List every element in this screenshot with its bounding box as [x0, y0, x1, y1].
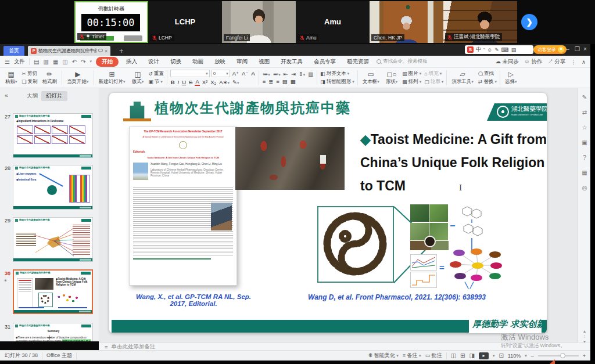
paste-button[interactable]: ▤ 粘贴▾ [3, 69, 19, 87]
save-icon[interactable]: ▤ [34, 59, 39, 65]
subscript-button[interactable]: X₂ [210, 79, 217, 85]
more-menu-icon[interactable]: ⋮ [571, 59, 577, 65]
layout-button[interactable]: ◫ 版式▾ [130, 69, 146, 87]
align-left-icon[interactable]: ≡ [262, 78, 267, 85]
print-icon[interactable]: ▦ [53, 59, 58, 65]
decrease-font-icon[interactable]: A⁻ [241, 70, 249, 77]
collapse-panel-icon[interactable]: « [5, 92, 8, 99]
slide-thumbnail-28[interactable]: 植物次生代謝產物與抗癌中藥 ◆Liver enzymes ◆Intestinal… [13, 165, 93, 210]
slide-title[interactable]: 植物次生代謝產物與抗癌中藥 [155, 99, 351, 117]
tab-devtools[interactable]: 开发工具 [277, 57, 306, 66]
tab-home[interactable]: 开始 [96, 57, 119, 67]
format-painter-button[interactable]: ✏ 格式刷 [41, 69, 59, 87]
chevron-down-icon[interactable]: ▾ [90, 59, 92, 64]
window-minimize-button[interactable]: – [566, 46, 569, 52]
comments-button[interactable]: ▭ 批注 [425, 352, 442, 359]
target-icon[interactable]: ◎ [582, 185, 587, 191]
theme-name[interactable]: Office 主题 [46, 352, 72, 359]
document-tab[interactable]: P 植物次生代謝產物與抗癌中藥 × [28, 46, 110, 56]
video-tile-chen[interactable]: Chen, HK JP [370, 1, 443, 43]
next-participants-button[interactable]: ❯ [521, 14, 537, 30]
increase-font-icon[interactable]: A⁺ [232, 70, 239, 77]
sync-status[interactable]: ☁ 未同步 [495, 58, 519, 66]
citation-right[interactable]: Wang D, et al. Front Pharmacol, 2021. 12… [301, 293, 493, 301]
tab-transition[interactable]: 切换 [167, 57, 185, 66]
smart-graphic-button[interactable]: ◨转智能图形▾ [320, 78, 354, 85]
emoji-icon[interactable]: ☺ [487, 47, 492, 53]
zoom-slider-knob[interactable] [560, 353, 565, 358]
zoom-slider[interactable] [538, 355, 579, 356]
distribute-icon[interactable]: ▦ [290, 78, 296, 85]
decrease-indent-icon[interactable]: ⇤ [283, 71, 289, 77]
newsletter-image[interactable]: The GP-TCM Research Association Newslett… [129, 127, 237, 286]
tab-animation[interactable]: 动画 [189, 57, 207, 66]
redo-icon[interactable]: ↷ [81, 59, 85, 65]
chevron-down-icon[interactable]: ▾ [493, 354, 495, 358]
hamburger-icon[interactable]: ☰ [5, 59, 10, 65]
preview-icon[interactable]: ◫ [62, 59, 67, 65]
align-text-button[interactable]: ◧对齐文本▾ [320, 70, 354, 77]
undo-icon[interactable]: ↶ [72, 59, 77, 65]
add-slide-button[interactable]: + [41, 332, 58, 341]
align-right-icon[interactable]: ≡ [275, 78, 280, 85]
smart-beautify-button[interactable]: ❋ 智能美化 ▾ [368, 352, 399, 359]
copy-button[interactable]: ❏复制 [22, 78, 38, 85]
home-tab[interactable]: 首页 [3, 46, 24, 56]
slideshow-play-button[interactable]: ▸ [479, 352, 489, 359]
collaborate-button[interactable]: ☺ 协作 [524, 58, 542, 66]
textbox-button[interactable]: ▭ 文本框▾ [361, 69, 381, 87]
line-spacing-icon[interactable]: ⇕▾ [298, 71, 306, 77]
command-search[interactable]: 查找命令、搜索模板 [377, 58, 428, 65]
sorter-view-icon[interactable]: ⊞ [460, 352, 465, 359]
switch-icon[interactable]: ⇄ [582, 109, 587, 116]
cut-button[interactable]: ✂剪切 [22, 70, 38, 77]
fold-ribbon-icon[interactable]: ∧ [582, 59, 586, 65]
outline-button[interactable]: ▢轮廓▾ [424, 78, 443, 85]
slide-thumbnail-29[interactable]: 植物次生代謝產物與抗癌中藥 [13, 217, 93, 262]
notes-toggle-button[interactable]: ≡ 备注 ▾ [403, 352, 421, 359]
normal-view-icon[interactable]: ◫ [451, 352, 456, 359]
ime-punct-icon[interactable]: ’ [483, 47, 485, 53]
superscript-button[interactable]: X² [202, 79, 209, 85]
italic-button[interactable]: I [177, 79, 180, 85]
file-menu[interactable]: 文件 [14, 58, 25, 66]
zoom-out-button[interactable]: – [531, 353, 534, 359]
reading-view-icon[interactable]: ◨ [469, 352, 474, 359]
bullet-list-icon[interactable]: ≔▾ [262, 71, 271, 77]
video-tile-timer[interactable]: 倒數計時器 00:15:00 Timer [74, 1, 148, 43]
picture-button[interactable]: ▧图片▾ [402, 70, 421, 77]
zoom-level[interactable]: 110% [508, 353, 521, 359]
video-tile-wang[interactable]: 汪選斌-湖北醫藥學院 [443, 1, 517, 43]
fill-button[interactable]: ⌂填充▾ [424, 70, 443, 77]
tab-resources[interactable]: 稻壳资源 [343, 57, 372, 66]
export-icon[interactable]: ▥ [43, 59, 48, 65]
props-pen-icon[interactable]: ✎ [582, 94, 587, 100]
citation-left[interactable]: Wang, X., et al. GP-TCM RA NL, Sep. 2017… [127, 293, 260, 307]
arrange-button[interactable]: ▩排列▾ [402, 78, 421, 85]
play-from-current-button[interactable]: ▶ 当页开始▾ [65, 69, 91, 87]
underline-button[interactable]: U [181, 79, 187, 85]
favorites-icon[interactable]: ☆ [582, 124, 587, 131]
justify-icon[interactable]: ▤ [282, 78, 288, 85]
window-restore-button[interactable]: ❐ [575, 46, 580, 52]
taiji-seed-image[interactable] [317, 206, 394, 283]
slide-thumbnail-30-current[interactable]: 植物次生代謝產物與抗癌中藥 ◆Taoist Medicine: A Gift f… [13, 269, 93, 314]
font-color-button[interactable]: A [195, 78, 199, 86]
new-tab-button[interactable]: + [119, 46, 124, 55]
tab-design[interactable]: 设计 [145, 57, 163, 66]
notes-placeholder[interactable]: 单击此处添加备注 [112, 343, 156, 351]
tab-view[interactable]: 视图 [255, 57, 273, 66]
zoom-in-button[interactable]: + [583, 353, 586, 359]
clipboard-icon[interactable]: ▤ [511, 47, 517, 53]
share-button[interactable]: ↗ 分享 [547, 58, 565, 66]
font-size-select[interactable]: 0▾ [212, 70, 230, 77]
slide-thumbnail-27[interactable]: 植物次生代謝產物與抗癌中藥 ◆Ingredient Interactions i… [13, 113, 93, 158]
window-close-button[interactable]: × [583, 46, 587, 52]
replace-button[interactable]: ⇄替换▾ [478, 78, 497, 85]
help-icon[interactable]: ? [583, 154, 586, 161]
guest-login-button[interactable]: 访客登录 [533, 45, 567, 54]
font-family-select[interactable]: ▾ [170, 70, 210, 77]
presentation-tools-button[interactable]: ▱ 演示工具▾ [450, 69, 475, 87]
keyboard-icon[interactable]: ⌨ [501, 47, 509, 53]
video-tile-fangfei[interactable]: Fangfei Li [222, 1, 296, 43]
